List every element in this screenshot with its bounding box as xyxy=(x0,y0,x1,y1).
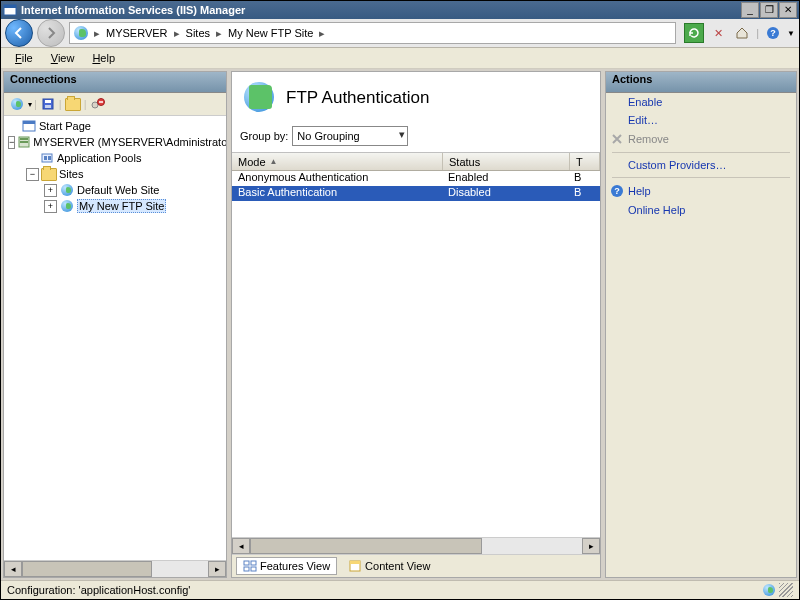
status-bar: Configuration: 'applicationHost.config' xyxy=(1,580,799,599)
tree-start-page[interactable]: Start Page xyxy=(6,118,224,134)
menu-file[interactable]: File xyxy=(7,50,41,66)
grid-hscroll[interactable]: ◂ ▸ xyxy=(232,537,600,554)
col-type[interactable]: T xyxy=(570,153,600,170)
globe-icon xyxy=(74,26,88,40)
svg-rect-19 xyxy=(244,567,249,571)
server-icon xyxy=(17,134,31,150)
sort-asc-icon: ▲ xyxy=(270,157,278,166)
breadcrumb-server[interactable]: MYSERVER xyxy=(106,27,168,39)
app-pools-icon xyxy=(39,150,55,166)
svg-rect-13 xyxy=(20,141,28,143)
content-icon xyxy=(348,559,362,573)
tree-app-pools[interactable]: Application Pools xyxy=(6,150,224,166)
action-custom-providers[interactable]: Custom Providers… xyxy=(606,156,796,174)
connect-button[interactable] xyxy=(8,95,26,113)
scroll-right-button[interactable]: ▸ xyxy=(208,561,226,577)
svg-rect-18 xyxy=(251,561,256,565)
tree-default-site[interactable]: + Default Web Site xyxy=(6,182,224,198)
forward-button[interactable] xyxy=(37,19,65,47)
svg-rect-20 xyxy=(251,567,256,571)
status-globe-icon xyxy=(763,584,775,596)
help-dropdown-button[interactable]: ? xyxy=(763,23,783,43)
tab-features-view[interactable]: Features View xyxy=(236,557,337,575)
tab-content-view[interactable]: Content View xyxy=(341,557,437,575)
scroll-left-button[interactable]: ◂ xyxy=(4,561,22,577)
minimize-button[interactable]: _ xyxy=(741,2,759,18)
action-online-help[interactable]: Online Help xyxy=(606,201,796,219)
scroll-right-button[interactable]: ▸ xyxy=(582,538,600,554)
page-header: FTP Authentication xyxy=(232,72,600,124)
chevron-right-icon: ▸ xyxy=(94,27,100,40)
ftp-auth-icon xyxy=(244,82,276,114)
title-bar: Internet Information Services (IIS) Mana… xyxy=(1,1,799,19)
close-button[interactable]: ✕ xyxy=(779,2,797,18)
expand-icon[interactable]: + xyxy=(44,200,57,213)
maximize-button[interactable]: ❐ xyxy=(760,2,778,18)
back-button[interactable] xyxy=(5,19,33,47)
grid-row[interactable]: Basic Authentication Disabled B xyxy=(232,186,600,201)
chevron-right-icon: ▸ xyxy=(319,27,325,40)
actions-header: Actions xyxy=(606,72,796,93)
stop-button[interactable]: ✕ xyxy=(708,23,728,43)
features-icon xyxy=(243,559,257,573)
page-title: FTP Authentication xyxy=(286,88,429,108)
expand-icon[interactable]: + xyxy=(44,184,57,197)
action-enable[interactable]: Enable xyxy=(606,93,796,111)
nav-bar: ▸ MYSERVER ▸ Sites ▸ My New FTP Site ▸ ✕… xyxy=(1,19,799,48)
up-button[interactable] xyxy=(64,95,82,113)
group-by-select[interactable]: No Grouping xyxy=(292,126,408,146)
chevron-right-icon: ▸ xyxy=(216,27,222,40)
delete-connection-button[interactable] xyxy=(89,95,107,113)
refresh-button[interactable] xyxy=(684,23,704,43)
connections-header: Connections xyxy=(4,72,226,93)
collapse-icon[interactable]: − xyxy=(26,168,39,181)
connections-toolbar: ▾ | | | xyxy=(4,93,226,116)
grid-row[interactable]: Anonymous Authentication Enabled B xyxy=(232,171,600,186)
auth-grid: Mode▲ Status T Anonymous Authentication … xyxy=(232,152,600,554)
breadcrumb-sites[interactable]: Sites xyxy=(186,27,210,39)
breadcrumb-site[interactable]: My New FTP Site xyxy=(228,27,313,39)
action-edit[interactable]: Edit… xyxy=(606,111,796,129)
site-icon xyxy=(59,198,75,214)
view-tabs: Features View Content View xyxy=(232,554,600,577)
menu-view[interactable]: View xyxy=(43,50,83,66)
col-mode[interactable]: Mode▲ xyxy=(232,153,443,170)
home-button[interactable] xyxy=(732,23,752,43)
menu-help[interactable]: Help xyxy=(84,50,123,66)
group-by-label: Group by: xyxy=(240,130,288,142)
resize-grip[interactable] xyxy=(779,583,793,597)
start-page-icon xyxy=(21,118,37,134)
collapse-icon[interactable]: − xyxy=(8,136,15,149)
action-remove: Remove xyxy=(606,129,796,149)
content-panel: FTP Authentication Group by: No Grouping… xyxy=(231,71,601,578)
svg-text:?: ? xyxy=(614,186,620,196)
col-status[interactable]: Status xyxy=(443,153,570,170)
svg-rect-1 xyxy=(4,5,16,8)
svg-rect-6 xyxy=(45,105,51,108)
app-icon xyxy=(3,3,17,17)
svg-rect-12 xyxy=(20,138,28,140)
breadcrumb-bar[interactable]: ▸ MYSERVER ▸ Sites ▸ My New FTP Site ▸ xyxy=(69,22,676,44)
tree-ftp-site[interactable]: + My New FTP Site xyxy=(6,198,224,214)
connections-hscroll[interactable]: ◂ ▸ xyxy=(4,560,226,577)
action-help[interactable]: ? Help xyxy=(606,181,796,201)
window-title: Internet Information Services (IIS) Mana… xyxy=(21,4,741,16)
connections-panel: Connections ▾ | | | Start Page xyxy=(3,71,227,578)
tree-sites[interactable]: − Sites xyxy=(6,166,224,182)
svg-rect-5 xyxy=(45,100,51,103)
dropdown-arrow-icon[interactable]: ▼ xyxy=(787,29,795,38)
separator xyxy=(612,177,790,178)
menu-bar: File View Help xyxy=(1,48,799,69)
scroll-left-button[interactable]: ◂ xyxy=(232,538,250,554)
help-icon: ? xyxy=(610,184,624,198)
sites-folder-icon xyxy=(41,166,57,182)
actions-panel: Actions Enable Edit… Remove Custom Provi… xyxy=(605,71,797,578)
connections-tree[interactable]: Start Page − MYSERVER (MYSERVER\Administ… xyxy=(4,116,226,560)
chevron-right-icon: ▸ xyxy=(174,27,180,40)
svg-rect-16 xyxy=(48,156,51,160)
grid-header: Mode▲ Status T xyxy=(232,153,600,171)
remove-icon xyxy=(610,132,624,146)
save-button[interactable] xyxy=(39,95,57,113)
tree-server[interactable]: − MYSERVER (MYSERVER\Administrator) xyxy=(6,134,224,150)
svg-rect-17 xyxy=(244,561,249,565)
